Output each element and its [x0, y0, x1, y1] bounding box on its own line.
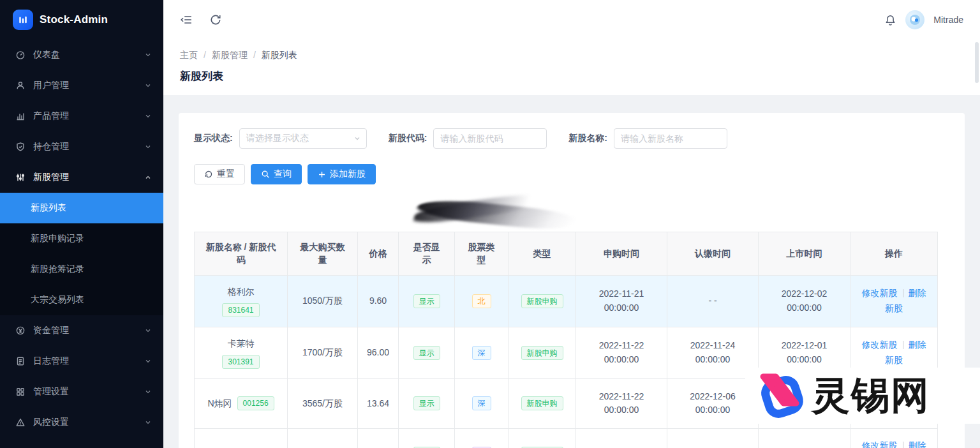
notifications-button[interactable] [884, 14, 896, 26]
reset-button[interactable]: 重置 [194, 164, 245, 184]
cell-pay-time: - - [667, 275, 759, 327]
money-icon [15, 325, 26, 336]
status-select[interactable]: 请选择显示状态 [239, 128, 367, 149]
name-label: 新股名称: [568, 133, 607, 144]
avatar-logo-icon [909, 14, 921, 26]
status-select-placeholder: 请选择显示状态 [246, 133, 309, 144]
type-tag: 新股申购 [521, 396, 563, 410]
sidebar-item-funds[interactable]: 资金管理 [0, 315, 163, 346]
stock-name: 卡莱特 [200, 337, 282, 350]
breadcrumb-home[interactable]: 主页 [180, 50, 212, 61]
edit-stock-link[interactable]: 修改新股 [862, 288, 898, 298]
col-visible: 是否显示 [399, 232, 455, 276]
action-buttons-row: 重置 查询 添加新股 [194, 164, 949, 184]
stock-code-input[interactable] [433, 128, 547, 149]
stock-name: 格利尔 [200, 285, 282, 299]
cell-name: N炜冈 001256 [195, 378, 288, 429]
sidebar: Stock-Admin 仪表盘 用户管理 产品管理 持仓管理 [0, 0, 163, 448]
sidebar-item-products[interactable]: 产品管理 [0, 101, 163, 131]
warning-icon [15, 417, 26, 428]
watermark-text: 灵锡网 [812, 377, 930, 415]
cell-name: 卡莱特 301391 [195, 327, 288, 378]
sidebar-item-new-stock[interactable]: 新股管理 [0, 162, 163, 193]
scrollbar-thumb[interactable] [975, 42, 979, 83]
col-list-time: 上市时间 [759, 232, 850, 276]
reset-button-label: 重置 [217, 168, 235, 180]
topbar: Mitrade [163, 0, 980, 40]
cell-list-time: 2022-12-0200:00:00 [759, 275, 850, 327]
sidebar-item-label: 日志管理 [33, 355, 144, 367]
cell-subscribe-time: 2022-11-23 [576, 429, 667, 448]
edit-stock-link[interactable]: 修改新股 [862, 340, 898, 350]
collapse-sidebar-button[interactable] [180, 13, 193, 26]
cell-market: 深 [455, 378, 509, 429]
cell-pay-time: 2022-11-25 [667, 429, 759, 448]
table-row: 格利尔 831641 1050/万股 9.60 显示 北 新股申购 2022-1… [195, 275, 938, 327]
col-subscribe-time: 申购时间 [576, 232, 667, 276]
stock-code-tag: 001256 [237, 396, 274, 410]
sidebar-subitem-new-stock-list[interactable]: 新股列表 [0, 193, 163, 223]
sliders-icon [15, 172, 26, 183]
sidebar-subitem-label: 新股申购记录 [31, 233, 84, 244]
plus-icon [318, 170, 326, 179]
sidebar-item-dashboard[interactable]: 仪表盘 [0, 40, 163, 70]
cell-actions: 修改新股删除新股 [850, 275, 938, 327]
edit-stock-link[interactable]: 修改新股 [862, 440, 898, 448]
breadcrumb: 主页 新股管理 新股列表 [180, 50, 963, 61]
cell-market: 北 [455, 275, 509, 327]
sidebar-item-label: 仪表盘 [33, 49, 144, 61]
cell-name: 三未信安 [195, 429, 288, 448]
sidebar-subitem-rush-records[interactable]: 新股抢筹记录 [0, 254, 163, 285]
type-tag: 新股申购 [521, 346, 563, 360]
breadcrumb-new-stock[interactable]: 新股管理 [212, 50, 262, 61]
stock-name-input[interactable] [614, 128, 727, 149]
sidebar-subitem-subscribe-records[interactable]: 新股申购记录 [0, 223, 163, 254]
cell-type: 新股申购 [509, 275, 576, 327]
cell-visible: 显示 [399, 429, 455, 448]
page-head: 主页 新股管理 新股列表 新股列表 [163, 40, 980, 95]
sidebar-item-positions[interactable]: 持仓管理 [0, 131, 163, 162]
search-button[interactable]: 查询 [251, 164, 302, 184]
market-tag: 北 [472, 294, 491, 308]
sidebar-item-label: 产品管理 [33, 110, 144, 122]
add-new-stock-button[interactable]: 添加新股 [308, 164, 376, 184]
chevron-up-icon [144, 174, 152, 181]
sidebar-subitem-block-trade-list[interactable]: 大宗交易列表 [0, 285, 163, 315]
cell-visible: 显示 [399, 327, 455, 378]
cell-subscribe-time: 2022-11-2200:00:00 [576, 327, 667, 378]
visible-tag: 显示 [413, 396, 440, 410]
sidebar-item-label: 新股管理 [33, 172, 144, 183]
refresh-page-button[interactable] [209, 13, 222, 26]
sidebar-item-risk-settings[interactable]: 风控设置 [0, 407, 163, 438]
cell-max-buy: 1914/万股 [288, 429, 358, 448]
app-title: Stock-Admin [40, 13, 108, 26]
chevron-down-icon [353, 135, 361, 142]
sidebar-item-admin-settings[interactable]: 管理设置 [0, 377, 163, 407]
search-icon [261, 170, 270, 179]
cell-price: 9.60 [358, 275, 399, 327]
table-header-row: 新股名称 / 新股代码 最大购买数量 价格 是否显示 股票类型 类型 申购时间 … [195, 232, 938, 276]
topbar-right: Mitrade [884, 10, 963, 29]
filter-name-group: 新股名称: [568, 128, 727, 149]
chevron-down-icon [144, 112, 152, 120]
sidebar-item-label: 风控设置 [33, 417, 144, 428]
col-type: 类型 [509, 232, 576, 276]
cell-price: 78.89 [358, 429, 399, 448]
chevron-down-icon [144, 419, 152, 426]
cell-type: 新股申购 [509, 429, 576, 448]
breadcrumb-current: 新股列表 [262, 50, 297, 61]
watermark: 灵锡网 [745, 368, 980, 424]
cell-actions: 修改新股删除新股 [850, 429, 938, 448]
sidebar-item-label: 资金管理 [33, 325, 144, 336]
avatar[interactable] [905, 10, 924, 29]
sidebar-item-users[interactable]: 用户管理 [0, 70, 163, 101]
dashboard-icon [15, 50, 26, 60]
cell-list-time: 2022-12-02 [759, 429, 850, 448]
sidebar-item-logs[interactable]: 日志管理 [0, 346, 163, 377]
action-divider [903, 289, 903, 297]
chevron-down-icon [144, 143, 152, 151]
cell-type: 新股申购 [509, 378, 576, 429]
stock-name: N炜冈 [207, 397, 232, 410]
chevron-down-icon [144, 357, 152, 365]
chevron-down-icon [144, 82, 152, 89]
